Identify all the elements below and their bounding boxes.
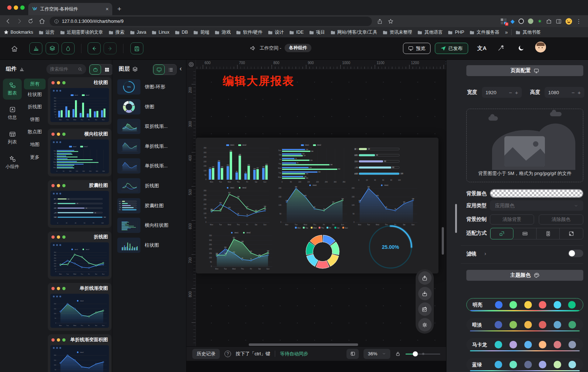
width-minus-button[interactable]: − [509,89,512,96]
vertical-scrollbar[interactable] [442,227,444,255]
profile-avatar[interactable] [566,18,572,25]
bookmark-folder[interactable]: 游戏 [214,29,231,35]
dashboard-chart[interactable]: 050100150200250300350MonTueWedThuFriSatS… [201,185,271,226]
zoom-select[interactable]: 36% [364,349,390,359]
theme-color-dot[interactable] [524,321,532,329]
filter-expand-icon[interactable]: › [484,251,486,256]
height-stepper[interactable]: 1080 − + [545,87,584,98]
category-5[interactable]: 地图 [24,141,46,148]
search-input[interactable]: 搜索组件 [46,64,86,74]
dashboard-chart[interactable]: MonTueWedThuFriSatSun [283,225,362,273]
gem-extension-icon[interactable]: ◆ [511,18,515,25]
bookmark-folder[interactable]: IDE [289,30,304,35]
layer-item[interactable]: 柱状图 [117,237,182,254]
forward-icon[interactable] [16,18,22,24]
component-card[interactable]: 折线图050100150200250300350MonTueWedThuFriS… [48,231,112,279]
fit-width-button[interactable] [513,228,537,239]
dark-mode-moon-icon[interactable] [518,45,525,51]
theme-color-dot[interactable] [509,341,517,348]
bookmark-folder[interactable]: 软件/硬件 [236,29,262,35]
sidebar-item-list[interactable]: 列表 [3,131,22,145]
tab-close-icon[interactable]: × [106,6,109,12]
minimap-button[interactable] [346,349,359,359]
bookmark-folder[interactable]: 运营 [38,29,55,35]
category-1[interactable]: 柱状图 [24,91,46,98]
component-card[interactable]: 单折线渐变面积图050100150200MonTueWedThuFriSatSu… [48,334,112,372]
dashboard-chart[interactable]: 050100150200MonTueWedThuFriSatSundata112… [349,183,419,226]
theme-color-dot[interactable] [568,361,576,368]
dashboard-chart[interactable]: 050100150200250300350data1data2Mon120130… [276,143,349,183]
height-minus-button[interactable]: − [571,89,575,96]
theme-color-dot[interactable] [539,321,546,329]
bookmark-folder[interactable]: Linux [151,30,169,35]
theme-color-dot[interactable] [524,341,532,348]
details-panel-toggle[interactable] [62,42,75,54]
width-stepper[interactable]: 1920 − + [482,87,522,98]
bg-color-picker[interactable] [490,189,583,198]
layer-item[interactable]: 折线图 [117,177,182,194]
bookmark-folder[interactable]: 前端 [193,29,209,35]
bookmark-folder[interactable]: 其他语言 [417,29,442,35]
canvas-text-title[interactable]: 编辑大屏报表 [223,74,294,89]
component-card[interactable]: 胶囊柱图厦门20南阳40北京60上海80新疆100020406080100 [48,180,112,228]
theme-color-dot[interactable] [554,321,561,329]
category-3[interactable]: 饼图 [24,116,46,123]
reload-icon[interactable] [28,18,34,24]
dashboard-chart[interactable]: 050100150200250300350MonTueWedThuFriSatS… [201,143,271,183]
url-bar[interactable]: 127.0.0.1:3000/#/chart/home/9 [50,17,372,26]
zoom-slider[interactable] [406,351,440,356]
background-upload-dropzone[interactable]: 背景图需小于 5M，格式为 png/jpg/gif 的文件 [466,109,583,182]
help-icon[interactable]: ? [224,351,231,357]
bookmark-folder[interactable]: PHP [448,30,464,35]
window-close-button[interactable] [7,5,12,10]
clear-color-button[interactable]: 清除颜色 [539,214,583,225]
category-4[interactable]: 散点图 [24,129,46,135]
theme-color-dot[interactable] [509,301,517,309]
layers-panel-toggle[interactable] [46,42,59,54]
theme-row-2[interactable]: 马卡龙 [466,338,583,351]
dashboard-chart[interactable]: 厦门20南阳40北京60上海80新疆100020406080100 [349,145,408,181]
bookmark-folder[interactable]: DB [175,30,188,35]
component-card[interactable]: 横向柱状图050100150200250300350data1data2MonT… [48,129,112,176]
layer-item[interactable]: 双折线渐... [117,118,182,135]
layer-item[interactable]: 饼图 [117,99,182,115]
theme-color-dot[interactable] [539,301,546,309]
window-zoom-button[interactable] [20,5,25,10]
height-plus-button[interactable]: + [578,89,581,96]
theme-color-dot[interactable] [495,321,502,329]
editor-canvas[interactable]: 6007008009001000110012001300 20030040050… [186,60,446,372]
charts-panel-toggle[interactable] [29,42,42,54]
dashboard-chart[interactable]: 050100150200250300350MonTueWedThuFriSatS… [207,230,274,270]
green-circle-extension-icon[interactable] [528,18,533,24]
dashboard-chart[interactable]: 25.00% [361,222,420,272]
bookmark-folder[interactable]: 网站/博客/文章/工具 [330,29,377,35]
bookmark-folder[interactable]: 搜索 [108,29,125,35]
theme-color-dot[interactable] [539,341,546,348]
single-view-toggle[interactable] [89,64,101,75]
preview-button[interactable]: 预览 [403,43,430,54]
new-tab-button[interactable]: + [117,5,121,13]
bookmark-folder[interactable]: 文件服务器 [469,29,499,35]
layer-item[interactable]: 70%饼图-环形 [117,79,182,95]
menu-dots-icon[interactable]: ⋮ [576,18,581,25]
share-icon[interactable] [377,18,383,24]
clear-background-button[interactable]: 清除背景 [490,214,534,225]
download-button[interactable] [418,287,432,300]
bookmark-folder[interactable]: 设计 [268,29,284,35]
bookmark-folder[interactable]: 项目 [309,29,325,35]
ruler-eye-icon[interactable] [188,62,194,67]
app-type-select[interactable]: 应用颜色 [490,200,583,211]
thumbnail-view-toggle[interactable] [153,64,165,75]
theme-color-dot[interactable] [509,361,517,368]
upload-button[interactable] [418,271,432,285]
site-info-icon[interactable] [54,19,59,24]
layer-item[interactable]: 横向柱状图 [117,217,182,234]
theme-row-3[interactable]: 蓝绿 [466,358,583,371]
user-avatar[interactable] [535,42,546,53]
dashboard-preview[interactable]: 050100150200250300350MonTueWedThuFriSatS… [196,138,438,273]
component-card[interactable]: 单折线渐变图050100150200MonTueWedThuFriSatSund… [48,283,112,331]
theme-row-0[interactable]: 明亮 [466,298,583,312]
slider-knob[interactable] [413,351,418,356]
theme-color-dot[interactable] [509,321,517,329]
bookmarks-overflow-icon[interactable]: » [505,29,508,35]
